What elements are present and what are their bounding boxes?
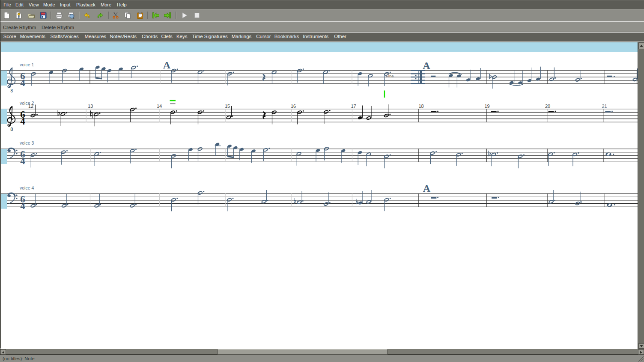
svg-text:4: 4 bbox=[20, 116, 25, 127]
svg-text:8: 8 bbox=[10, 127, 13, 132]
svg-text:voice 4: voice 4 bbox=[20, 185, 34, 190]
svg-text:voice 3: voice 3 bbox=[20, 140, 34, 145]
svg-text:19: 19 bbox=[485, 104, 490, 109]
svg-text:13: 13 bbox=[88, 104, 93, 109]
svg-text:A: A bbox=[423, 183, 431, 194]
svg-text:14: 14 bbox=[157, 104, 162, 109]
svg-text:18: 18 bbox=[419, 104, 424, 109]
svg-text:4: 4 bbox=[20, 77, 25, 88]
svg-text:8: 8 bbox=[10, 88, 13, 93]
svg-text:12: 12 bbox=[28, 104, 33, 109]
svg-text:Fine: Fine bbox=[386, 74, 394, 78]
svg-text:A: A bbox=[163, 59, 171, 71]
svg-text:4: 4 bbox=[20, 201, 25, 211]
svg-text:17: 17 bbox=[351, 104, 356, 109]
svg-text:15: 15 bbox=[225, 104, 230, 109]
svg-text:21: 21 bbox=[602, 104, 607, 109]
svg-text:voice 1: voice 1 bbox=[20, 62, 34, 67]
svg-text:16: 16 bbox=[291, 104, 296, 109]
svg-text:A: A bbox=[423, 60, 430, 71]
svg-text:20: 20 bbox=[545, 104, 550, 109]
svg-text:4: 4 bbox=[20, 156, 25, 166]
